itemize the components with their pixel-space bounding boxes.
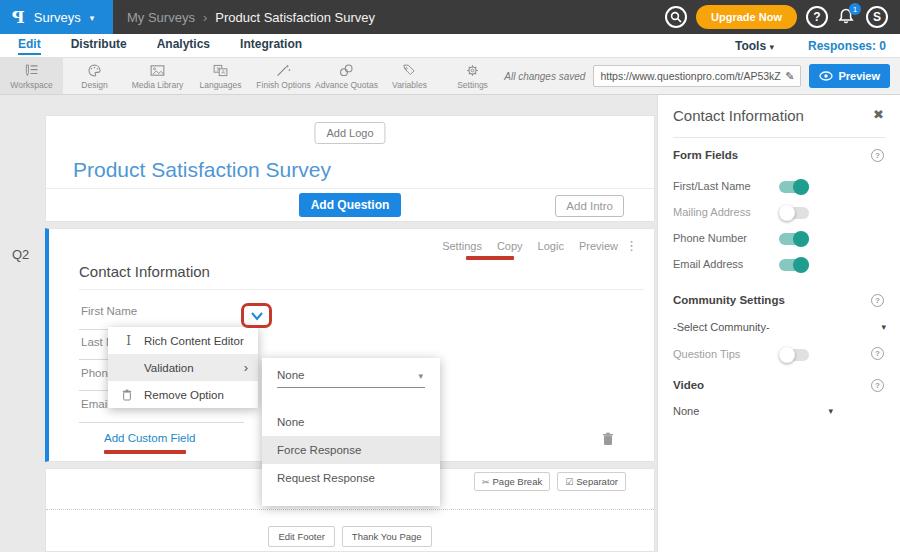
thank-you-page-button[interactable]: Thank You Page xyxy=(342,526,432,547)
validation-select[interactable]: None ▾ xyxy=(277,369,425,388)
survey-url-input[interactable] xyxy=(600,70,781,82)
toggle-label-mailing-address: Mailing Address xyxy=(673,206,751,218)
gear-icon xyxy=(464,63,481,78)
trash-icon xyxy=(602,432,614,446)
question-tips-help-icon[interactable]: ? xyxy=(871,347,884,360)
toggle-knob xyxy=(793,179,809,195)
settings-red-underline-annotation xyxy=(466,256,514,260)
video-select[interactable]: None ▾ xyxy=(673,405,833,417)
survey-title[interactable]: Product Satisfaction Survey xyxy=(73,158,331,182)
chevron-down-icon: ▾ xyxy=(418,371,423,381)
page-break-button[interactable]: ✂ Page Break xyxy=(474,472,550,491)
upgrade-now-button[interactable]: Upgrade Now xyxy=(696,5,797,29)
product-switcher[interactable]: P Surveys ▾ xyxy=(0,0,113,34)
question-logic-action[interactable]: Logic xyxy=(538,240,564,252)
toolbar-languages[interactable]: XA Languages xyxy=(189,58,252,94)
chevron-down-icon: ▾ xyxy=(828,406,833,416)
question-title[interactable]: Contact Information xyxy=(79,263,210,280)
page-break-label: Page Break xyxy=(493,476,543,487)
question-copy-action[interactable]: Copy xyxy=(497,240,523,252)
toggle-email-address[interactable] xyxy=(779,259,809,271)
search-button[interactable] xyxy=(665,6,687,28)
notification-badge: 1 xyxy=(849,3,861,15)
chevron-down-icon: ▾ xyxy=(769,42,774,52)
validation-option-none[interactable]: None xyxy=(262,408,440,436)
avatar-initial: S xyxy=(873,10,881,24)
video-help-icon[interactable]: ? xyxy=(871,379,884,392)
toolbar-media-library-label: Media Library xyxy=(132,80,184,90)
field-options-chevron-icon[interactable] xyxy=(250,311,264,321)
toggle-label-first-last-name: First/Last Name xyxy=(673,180,751,192)
separator-label: Separator xyxy=(576,476,618,487)
breadcrumb-my-surveys[interactable]: My Surveys xyxy=(127,10,195,25)
responses-link[interactable]: Responses: 0 xyxy=(808,39,886,53)
toggle-question-tips[interactable] xyxy=(779,349,809,361)
field-email-input[interactable] xyxy=(79,422,244,423)
toggle-first-last-name[interactable] xyxy=(779,181,809,193)
notifications-button[interactable]: 1 xyxy=(837,6,857,28)
toolbar-workspace[interactable]: Workspace xyxy=(0,58,63,94)
sidebar-title: Contact Information xyxy=(673,107,804,124)
survey-url-box[interactable]: ✎ xyxy=(593,65,801,87)
submenu-arrow-icon: › xyxy=(244,360,248,375)
svg-text:X: X xyxy=(216,65,220,71)
menu-item-validation[interactable]: Validation › xyxy=(108,354,258,381)
question-more-menu-icon[interactable]: ⋮ xyxy=(625,238,638,253)
separator-button[interactable]: ☑ Separator xyxy=(557,472,626,491)
toolbar-finish-options[interactable]: Finish Options xyxy=(252,58,315,94)
menu-item-remove-option[interactable]: Remove Option xyxy=(108,381,258,408)
add-custom-field-link[interactable]: Add Custom Field xyxy=(104,432,195,444)
survey-header-card: Add Logo Product Satisfaction Survey Add… xyxy=(45,115,655,222)
search-icon xyxy=(670,11,682,23)
autosave-status: All changes saved xyxy=(504,71,585,82)
video-selected-value: None xyxy=(673,405,699,417)
toggle-phone-number[interactable] xyxy=(779,233,809,245)
separator-icon: ☑ xyxy=(565,477,573,487)
media-library-icon xyxy=(149,63,166,78)
menu-item-rich-content-editor[interactable]: I Rich Content Editor xyxy=(108,327,258,354)
community-select[interactable]: -Select Community- ▾ xyxy=(673,321,886,333)
toolbar-media-library[interactable]: Media Library xyxy=(126,58,189,94)
toolbar-finish-options-label: Finish Options xyxy=(256,80,310,90)
toggle-label-phone-number: Phone Number xyxy=(673,232,747,244)
toolbar-languages-label: Languages xyxy=(199,80,241,90)
toggle-label-email-address: Email Address xyxy=(673,258,743,270)
form-fields-help-icon[interactable]: ? xyxy=(871,149,884,162)
toolbar-advance-quotas[interactable]: Advance Quotas xyxy=(315,58,378,94)
preview-button[interactable]: Preview xyxy=(809,64,890,88)
delete-question-button[interactable] xyxy=(602,432,614,446)
validation-label: Validation xyxy=(144,362,194,374)
edit-url-icon[interactable]: ✎ xyxy=(785,70,794,83)
validation-selected-value: None xyxy=(277,369,305,381)
tools-menu[interactable]: Tools ▾ xyxy=(735,39,774,53)
toggle-knob xyxy=(779,205,795,221)
field-first-name[interactable]: First Name xyxy=(81,305,137,317)
close-icon[interactable]: ✖ xyxy=(873,107,884,122)
tab-analytics[interactable]: Analytics xyxy=(157,37,210,55)
product-menu-label: Surveys xyxy=(34,10,81,25)
page-break-icon: ✂ xyxy=(482,477,490,487)
add-intro-button[interactable]: Add Intro xyxy=(555,195,624,217)
validation-option-force-response[interactable]: Force Response xyxy=(262,436,440,464)
dotted-divider xyxy=(46,509,654,510)
svg-text:A: A xyxy=(222,69,226,75)
toolbar-design[interactable]: Design xyxy=(63,58,126,94)
edit-footer-button[interactable]: Edit Footer xyxy=(268,526,334,547)
toolbar-settings[interactable]: Settings xyxy=(441,58,504,94)
question-settings-action[interactable]: Settings xyxy=(442,240,482,252)
question-preview-action[interactable]: Preview xyxy=(579,240,618,252)
tab-distribute[interactable]: Distribute xyxy=(71,37,127,55)
validation-option-request-response[interactable]: Request Response xyxy=(262,464,440,492)
toolbar-variables[interactable]: Variables xyxy=(378,58,441,94)
chain-links-icon xyxy=(338,63,355,78)
toggle-mailing-address[interactable] xyxy=(779,207,809,219)
add-logo-button[interactable]: Add Logo xyxy=(314,122,385,144)
help-button[interactable]: ? xyxy=(806,6,828,28)
community-settings-help-icon[interactable]: ? xyxy=(871,294,884,307)
field-context-menu: I Rich Content Editor Validation › Remov… xyxy=(108,327,258,408)
tab-edit[interactable]: Edit xyxy=(18,37,41,55)
workspace-icon xyxy=(23,63,40,78)
tab-integration[interactable]: Integration xyxy=(240,37,302,55)
account-avatar[interactable]: S xyxy=(866,6,888,28)
add-question-button[interactable]: Add Question xyxy=(299,193,402,217)
